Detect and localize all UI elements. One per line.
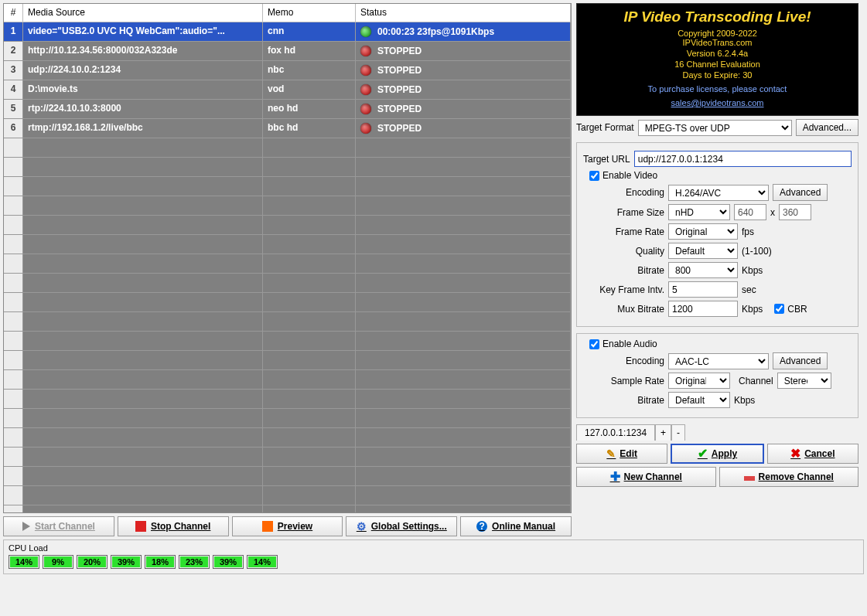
add-target-tab[interactable]: + <box>655 424 671 441</box>
cpu-load-label: CPU Load <box>9 543 858 553</box>
table-row-empty[interactable] <box>4 254 571 274</box>
target-url-label: Target URL <box>583 154 630 165</box>
cpu-core-bar: 20% <box>77 555 108 569</box>
sales-email-link[interactable]: sales@ipvideotrans.com <box>583 98 852 107</box>
online-manual-button[interactable]: ?Online Manual <box>460 516 572 536</box>
tv-icon <box>262 521 273 532</box>
col-header-memo[interactable]: Memo <box>263 4 356 22</box>
check-icon: ✔ <box>698 448 708 460</box>
cpu-core-bar: 14% <box>9 555 39 569</box>
channel-select[interactable]: Stereo <box>777 373 831 389</box>
col-header-num[interactable]: # <box>4 4 23 22</box>
sample-rate-select[interactable]: Original <box>668 373 730 389</box>
table-row[interactable]: 2http://10.12.34.56:8000/032A323defox hd… <box>4 42 571 61</box>
frame-height-input <box>779 204 811 220</box>
table-row[interactable]: 1video="USB2.0 UVC HQ WebCam":audio="...… <box>4 22 571 42</box>
cpu-core-bar: 9% <box>43 555 73 569</box>
table-row-empty[interactable] <box>4 390 571 409</box>
target-url-input[interactable] <box>634 151 852 167</box>
frame-size-select[interactable]: nHD <box>668 204 730 220</box>
target-advanced-button[interactable]: Advanced... <box>796 119 858 136</box>
table-row-empty[interactable] <box>4 428 571 448</box>
frame-rate-select[interactable]: Original <box>668 223 738 240</box>
table-row-empty[interactable] <box>4 158 571 177</box>
table-row-empty[interactable] <box>4 332 571 351</box>
edit-button[interactable]: ✎Edit <box>576 444 667 464</box>
play-icon <box>22 522 30 531</box>
cbr-checkbox[interactable] <box>774 304 784 314</box>
status-led-icon <box>360 26 371 37</box>
table-row-empty[interactable] <box>4 409 571 428</box>
table-row-empty[interactable] <box>4 235 571 254</box>
table-row[interactable]: 5rtp://224.10.10.3:8000neo hdSTOPPED <box>4 100 571 119</box>
mux-bitrate-input[interactable] <box>668 301 738 317</box>
table-row-empty[interactable] <box>4 293 571 312</box>
video-encoding-select[interactable]: H.264/AVC <box>668 185 769 201</box>
enable-video-checkbox[interactable] <box>589 171 599 181</box>
remove-target-tab[interactable]: - <box>671 424 685 441</box>
cpu-core-bar: 23% <box>179 555 210 569</box>
table-row-empty[interactable] <box>4 351 571 370</box>
banner-title: IP Video Transcoding Live! <box>583 9 852 26</box>
cpu-core-bar: 18% <box>145 555 176 569</box>
video-bitrate-select[interactable]: 800 <box>668 262 738 278</box>
stop-icon <box>135 521 146 532</box>
table-row-empty[interactable] <box>4 196 571 216</box>
cpu-load-panel: CPU Load 14%9%20%39%18%23%39%14% <box>3 539 864 574</box>
status-led-icon <box>360 84 371 95</box>
quality-select[interactable]: Default <box>668 243 738 259</box>
table-row[interactable]: 4D:\movie.tsvodSTOPPED <box>4 80 571 100</box>
status-led-icon <box>360 46 371 56</box>
audio-encoding-select[interactable]: AAC-LC <box>668 353 769 369</box>
table-row-empty[interactable] <box>4 486 571 505</box>
gear-icon: ⚙ <box>357 521 367 532</box>
cpu-core-bar: 39% <box>111 555 142 569</box>
apply-button[interactable]: ✔Apply <box>671 444 763 464</box>
col-header-status[interactable]: Status <box>356 4 571 22</box>
new-channel-button[interactable]: ✚New Channel <box>576 467 716 487</box>
remove-channel-button[interactable]: Remove Channel <box>719 467 859 487</box>
table-row-empty[interactable] <box>4 370 571 390</box>
video-advanced-button[interactable]: Advanced <box>773 184 828 201</box>
keyframe-input[interactable] <box>668 281 738 298</box>
table-row-empty[interactable] <box>4 274 571 293</box>
table-header: # Media Source Memo Status <box>4 4 571 22</box>
table-row[interactable]: 3udp://224.10.0.2:1234nbcSTOPPED <box>4 61 571 80</box>
status-led-icon <box>360 123 371 134</box>
table-row-empty[interactable] <box>4 312 571 332</box>
start-channel-button[interactable]: Start Channel <box>3 516 114 536</box>
target-format-select[interactable]: MPEG-TS over UDP <box>638 120 792 136</box>
enable-audio-checkbox[interactable] <box>589 339 599 349</box>
target-tab[interactable]: 127.0.0.1:1234 <box>576 424 655 441</box>
table-row-empty[interactable] <box>4 216 571 235</box>
frame-width-input <box>734 204 766 220</box>
status-led-icon <box>360 104 371 114</box>
cpu-core-bar: 14% <box>247 555 278 569</box>
help-icon: ? <box>476 521 487 532</box>
minus-icon <box>744 476 755 481</box>
preview-button[interactable]: Preview <box>232 516 343 536</box>
col-header-source[interactable]: Media Source <box>23 4 263 22</box>
table-row-empty[interactable] <box>4 138 571 158</box>
target-format-label: Target Format <box>576 122 634 133</box>
audio-advanced-button[interactable]: Advanced <box>773 352 828 369</box>
audio-bitrate-select[interactable]: Default <box>668 392 730 408</box>
table-row-empty[interactable] <box>4 448 571 467</box>
x-icon: ✖ <box>790 448 800 460</box>
channel-table: # Media Source Memo Status 1video="USB2.… <box>3 3 572 513</box>
status-led-icon <box>360 65 371 76</box>
cpu-core-bar: 39% <box>213 555 244 569</box>
plus-icon: ✚ <box>610 471 620 483</box>
product-banner: IP Video Transcoding Live! Copyright 200… <box>576 3 858 116</box>
stop-channel-button[interactable]: Stop Channel <box>118 516 229 536</box>
global-settings-button[interactable]: ⚙Global Settings... <box>346 516 457 536</box>
pencil-icon: ✎ <box>606 448 616 459</box>
table-row-empty[interactable] <box>4 505 571 513</box>
table-row-empty[interactable] <box>4 177 571 196</box>
table-row-empty[interactable] <box>4 467 571 486</box>
table-row[interactable]: 6rtmp://192.168.1.2/live/bbcbbc hdSTOPPE… <box>4 119 571 138</box>
cancel-button[interactable]: ✖Cancel <box>767 444 858 464</box>
